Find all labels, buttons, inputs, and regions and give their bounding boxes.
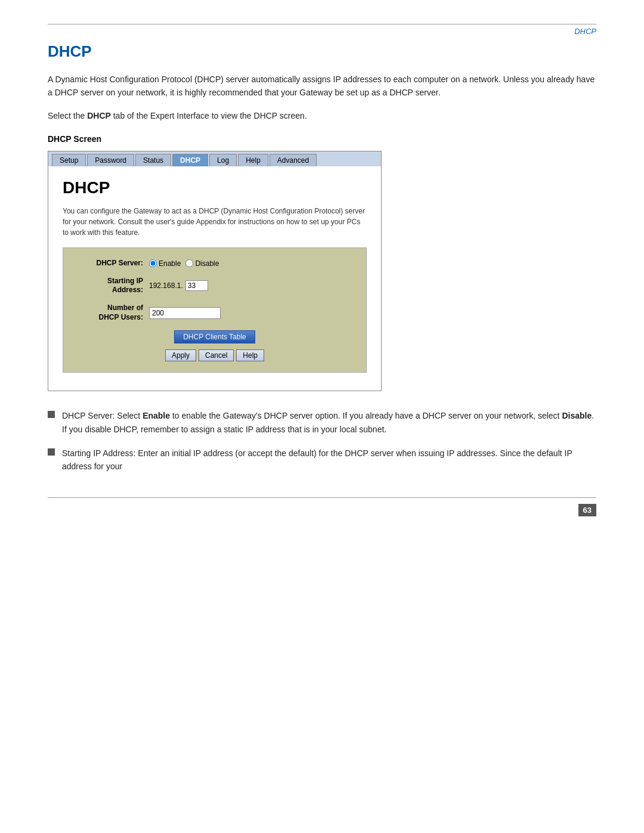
bullet-icon-1 <box>48 411 55 418</box>
tab-setup[interactable]: Setup <box>52 154 86 166</box>
cancel-button[interactable]: Cancel <box>199 349 234 361</box>
intro-paragraph: A Dynamic Host Configuration Protocol (D… <box>48 73 596 100</box>
bullet-list: DHCP Server: Select Enable to enable the… <box>48 409 596 473</box>
enable-radio-label[interactable]: Enable <box>149 259 181 268</box>
bullet-item-1: DHCP Server: Select Enable to enable the… <box>48 409 596 436</box>
ip-prefix: 192.168.1. <box>149 281 183 290</box>
tab-status[interactable]: Status <box>135 154 171 166</box>
screen-section-label: DHCP Screen <box>48 134 596 144</box>
action-buttons-row: Apply Cancel Help <box>78 349 352 361</box>
num-users-label: Number ofDHCP Users: <box>78 304 143 322</box>
dhcp-clients-table-button[interactable]: DHCP Clients Table <box>174 330 255 343</box>
enable-bold: Enable <box>143 411 170 420</box>
tab-advanced[interactable]: Advanced <box>270 154 317 166</box>
apply-button[interactable]: Apply <box>165 349 196 361</box>
tab-password[interactable]: Password <box>87 154 134 166</box>
page-number: 63 <box>578 504 596 516</box>
enable-radio[interactable] <box>149 259 157 267</box>
screenshot-body: DHCP You can configure the Gateway to ac… <box>48 166 381 391</box>
starting-ip-row: Starting IPAddress: 192.168.1. <box>78 277 352 295</box>
bullet-text-1: DHCP Server: Select Enable to enable the… <box>62 409 596 436</box>
dhcp-server-row: DHCP Server: Enable Disable <box>78 259 352 268</box>
screen-description: You can configure the Gateway to act as … <box>63 206 367 238</box>
bullet-icon-2 <box>48 448 55 456</box>
disable-radio[interactable] <box>185 259 193 267</box>
screen-title: DHCP <box>63 178 367 197</box>
disable-label: Disable <box>195 259 219 268</box>
form-panel: DHCP Server: Enable Disable St <box>63 247 367 373</box>
top-rule: DHCP <box>48 24 596 24</box>
dhcp-server-label: DHCP Server: <box>78 259 143 268</box>
intro-text-p2: tab of the Expert Interface to view the … <box>111 111 307 120</box>
ip-row: 192.168.1. <box>149 280 208 291</box>
bullet-item-2: Starting IP Address: Enter an initial IP… <box>48 447 596 473</box>
clients-table-row: DHCP Clients Table <box>78 330 352 343</box>
disable-radio-label[interactable]: Disable <box>185 259 219 268</box>
tab-bar: Setup Password Status DHCP Log Help Adva… <box>48 151 381 166</box>
page-title: DHCP <box>48 42 596 61</box>
tab-help[interactable]: Help <box>238 154 268 166</box>
dhcp-server-radio-group: Enable Disable <box>149 259 219 268</box>
bottom-rule: 63 <box>48 497 596 516</box>
intro-paragraph-2: Select the DHCP tab of the Expert Interf… <box>48 109 596 122</box>
enable-label: Enable <box>159 259 181 268</box>
ip-input[interactable] <box>185 280 208 291</box>
starting-ip-label: Starting IPAddress: <box>78 277 143 295</box>
tab-log[interactable]: Log <box>209 154 237 166</box>
screenshot-box: Setup Password Status DHCP Log Help Adva… <box>48 151 382 391</box>
dhcp-bold: DHCP <box>87 111 111 120</box>
num-users-row: Number ofDHCP Users: <box>78 304 352 322</box>
intro-text-p1: A Dynamic Host Configuration Protocol (D… <box>48 75 595 97</box>
top-label: DHCP <box>574 27 596 36</box>
help-button[interactable]: Help <box>236 349 264 361</box>
disable-bold: Disable <box>562 411 592 420</box>
bullet-text-2: Starting IP Address: Enter an initial IP… <box>62 447 596 473</box>
tab-dhcp[interactable]: DHCP <box>172 154 208 166</box>
num-users-input[interactable] <box>149 307 221 319</box>
